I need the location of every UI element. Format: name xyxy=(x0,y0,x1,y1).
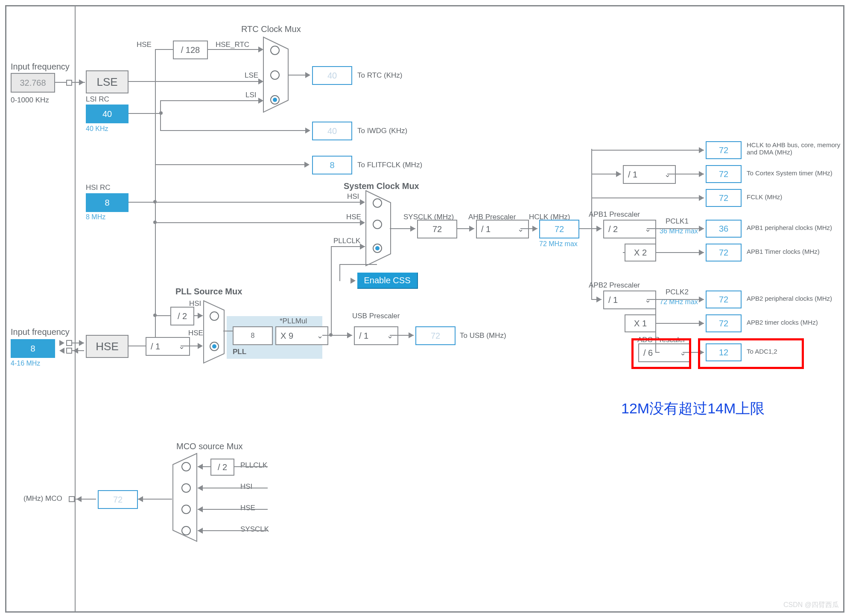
sys-radio-hsi[interactable] xyxy=(373,198,382,208)
lsi-value: 40 xyxy=(86,105,129,123)
annotation: 12M没有超过14M上限 xyxy=(621,399,765,418)
mco-radio-hse[interactable] xyxy=(181,505,191,514)
rtc-mux-title: RTC Clock Mux xyxy=(241,24,301,34)
svg-marker-2 xyxy=(204,301,224,363)
axis-line xyxy=(75,6,76,611)
mco-radio-pll[interactable] xyxy=(181,462,191,471)
hclk-max: 72 MHz max xyxy=(539,240,578,248)
hsi-value: 8 xyxy=(86,193,129,212)
mco-in-sys: SYSCLK xyxy=(240,525,269,534)
chevron-down-icon: ⌄ xyxy=(664,170,671,179)
mco-in-hsi: HSI xyxy=(240,482,252,491)
mco-radio-sys[interactable] xyxy=(181,526,191,535)
ahb-prescaler[interactable]: / 1⌄ xyxy=(476,220,529,238)
input-freq-1-label: Input frequency xyxy=(11,62,70,72)
to-iwdg-label: To IWDG (KHz) xyxy=(357,127,407,135)
hsi-rc-label: HSI RC xyxy=(86,183,111,192)
mco-value: 72 xyxy=(98,490,138,509)
apb2-periph-label: APB2 peripheral clocks (MHz) xyxy=(747,295,832,302)
watermark: CSDN @四臂西瓜 xyxy=(783,601,839,610)
pll-in-hse: HSE xyxy=(188,329,203,337)
to-usb-label: To USB (MHz) xyxy=(460,331,506,340)
pll-radio-hse[interactable] xyxy=(210,342,219,351)
fclk-label: FCLK (MHz) xyxy=(747,193,782,200)
pll-radio-hsi[interactable] xyxy=(210,311,219,321)
sys-radio-pll[interactable] xyxy=(373,244,382,253)
sys-radio-hse[interactable] xyxy=(373,220,382,229)
apb2-timer-label: APB2 timer clocks (MHz) xyxy=(747,319,818,326)
clock-diagram: Input frequency 32.768 0-1000 KHz LSE LS… xyxy=(5,5,844,613)
apb2-periph-value: 72 xyxy=(706,291,742,308)
chevron-down-icon: ⌄ xyxy=(387,331,393,340)
hclk-ahb-value: 72 xyxy=(706,141,742,159)
connector xyxy=(66,80,72,86)
to-usb-value: 72 xyxy=(415,326,456,345)
pclk2-label: PCLK2 xyxy=(666,288,689,296)
hse-rtc-label: HSE_RTC xyxy=(216,41,249,49)
rtc-in-hse: HSE xyxy=(137,41,152,49)
chevron-down-icon: ⌄ xyxy=(517,224,524,234)
highlight-adc-prescaler xyxy=(631,338,691,369)
rtc-radio-lsi[interactable] xyxy=(270,95,280,105)
to-iwdg-value: 40 xyxy=(312,122,352,140)
apb2-timer-mul: X 1 xyxy=(625,314,656,332)
pll-val[interactable]: 8 xyxy=(233,326,273,345)
rtc-radio-hse[interactable] xyxy=(270,46,280,55)
apb2-timer-value: 72 xyxy=(706,314,742,332)
connector-3 xyxy=(66,348,72,354)
apb2-pre-label: APB2 Prescaler xyxy=(589,281,640,290)
hsi-unit: 8 MHz xyxy=(86,213,105,221)
rtc-in-lse: LSE xyxy=(245,71,258,80)
mco-connector xyxy=(69,496,75,502)
pll-mux[interactable] xyxy=(203,300,226,364)
pll-div2: / 2 xyxy=(170,307,194,325)
cortex-label: To Cortex System timer (MHz) xyxy=(747,169,832,177)
hse-box: HSE xyxy=(86,335,129,358)
apb2-prescaler[interactable]: / 1⌄ xyxy=(603,291,656,309)
mco-title: MCO source Mux xyxy=(176,442,243,451)
input-freq-2-range: 4-16 MHz xyxy=(11,360,40,367)
enable-css-button[interactable]: Enable CSS xyxy=(357,273,418,289)
input-freq-1-range: 0-1000 KHz xyxy=(11,96,49,105)
hse-div128: / 128 xyxy=(173,41,208,59)
mco-radio-hsi[interactable] xyxy=(181,483,191,493)
input-freq-2-value[interactable]: 8 xyxy=(11,339,55,358)
pll-src-title: PLL Source Mux xyxy=(175,287,242,296)
sysclk-value[interactable]: 72 xyxy=(417,220,457,238)
lsi-rc-label: LSI RC xyxy=(86,95,109,104)
apb1-periph-label: APB1 peripheral clocks (MHz) xyxy=(747,224,832,231)
cortex-div[interactable]: / 1⌄ xyxy=(623,165,676,184)
apb1-timer-mul: X 2 xyxy=(625,244,656,262)
pll-label: PLL xyxy=(233,348,246,356)
sys-in-hse: HSE xyxy=(346,213,361,221)
chevron-down-icon: ⌄ xyxy=(645,224,651,234)
lse-box: LSE xyxy=(86,70,129,93)
sys-in-hsi: HSI xyxy=(347,192,359,201)
apb1-prescaler[interactable]: / 2⌄ xyxy=(603,220,656,238)
pclk1-label: PCLK1 xyxy=(666,217,689,226)
usb-prescaler[interactable]: / 1⌄ xyxy=(354,326,398,345)
mco-div2: / 2 xyxy=(210,459,234,476)
rtc-radio-lse[interactable] xyxy=(270,70,280,80)
pll-mul[interactable]: X 9⌄ xyxy=(275,326,328,345)
connector-2 xyxy=(66,340,72,346)
mco-output-label: (MHz) MCO xyxy=(23,494,62,503)
to-flit-label: To FLITFCLK (MHz) xyxy=(357,161,422,169)
mco-in-pll: PLLCLK xyxy=(240,461,267,470)
cortex-value: 72 xyxy=(706,165,742,183)
mco-in-hse: HSE xyxy=(240,504,255,512)
to-flit-value: 8 xyxy=(312,156,352,174)
input-freq-1-value[interactable]: 32.768 xyxy=(11,73,55,93)
apb1-timer-label: APB1 Timer clocks (MHz) xyxy=(747,248,820,255)
pllmul-label: *PLLMul xyxy=(280,317,307,325)
chevron-down-icon: ⌄ xyxy=(178,342,185,351)
apb1-periph-value: 36 xyxy=(706,220,742,238)
apb1-timer-value: 72 xyxy=(706,244,742,262)
hclk-ahb-label: HCLK to AHB bus, core, memory and DMA (M… xyxy=(747,141,844,156)
rtc-in-lsi: LSI xyxy=(245,91,257,99)
lsi-unit: 40 KHz xyxy=(86,125,108,133)
chevron-down-icon: ⌄ xyxy=(317,331,323,340)
hclk-value[interactable]: 72 xyxy=(539,220,579,238)
hse-div[interactable]: / 1⌄ xyxy=(146,337,190,356)
fclk-value: 72 xyxy=(706,189,742,207)
